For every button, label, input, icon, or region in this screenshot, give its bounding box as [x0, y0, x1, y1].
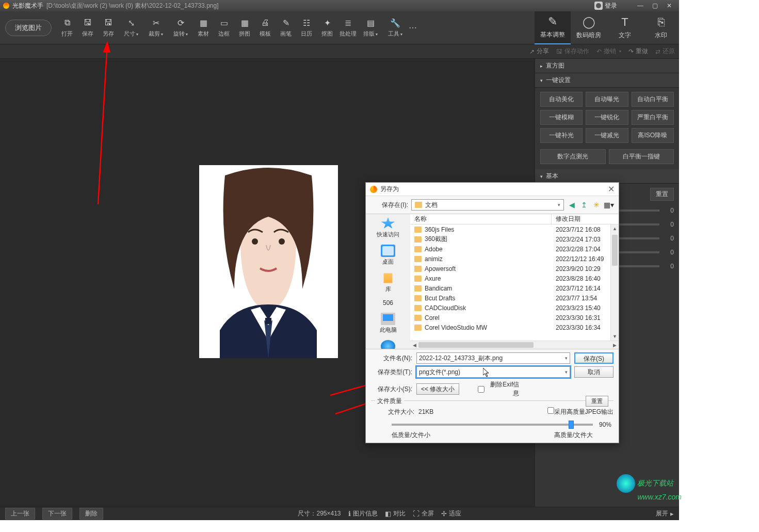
preset-自动曝光[interactable]: 自动曝光	[586, 92, 628, 107]
filetype-select[interactable]: png文件(*.png)▾	[416, 366, 570, 378]
up-icon[interactable]: ↥	[579, 200, 589, 209]
preset-数字点测光[interactable]: 数字点测光	[540, 149, 606, 164]
restore-button: ⇄还原	[655, 47, 675, 56]
tool-边框[interactable]: ▭边框	[214, 15, 234, 40]
tool-模板[interactable]: 🖨模板	[255, 15, 276, 40]
preset-一键减光[interactable]: 一键减光	[586, 128, 628, 143]
image-info-button[interactable]: ℹ图片信息	[348, 509, 378, 518]
fit-button[interactable]: ✢适应	[441, 509, 461, 518]
save-in-select[interactable]: 文档 ▾	[411, 199, 564, 211]
folder-icon	[414, 315, 422, 321]
share-button[interactable]: ↗分享	[529, 47, 549, 56]
preset-自动美化[interactable]: 自动美化	[540, 92, 583, 107]
presets-header[interactable]: ▾一键设置	[535, 73, 679, 88]
tool-拼图[interactable]: ▦拼图	[234, 15, 255, 40]
file-row[interactable]: Axure2023/8/28 16:40	[410, 273, 619, 283]
back-icon[interactable]: ◀	[567, 200, 576, 209]
preset-一键锐化[interactable]: 一键锐化	[586, 110, 628, 125]
delete-exif-checkbox[interactable]: 删除Exif信息	[478, 380, 519, 398]
minimize-button[interactable]: —	[634, 1, 647, 10]
tool-排版[interactable]: ▤排版▾	[358, 15, 383, 40]
tool-打开[interactable]: ⧉打开	[57, 15, 77, 40]
file-row[interactable]: Adobe2023/2/28 17:04	[410, 244, 619, 254]
undo-button: ↶撤销▾	[596, 47, 621, 56]
vertical-scrollbar[interactable]: ▲▼	[610, 224, 619, 341]
login-label[interactable]: 登录	[605, 2, 617, 10]
tool-抠图[interactable]: ✦抠图	[317, 15, 337, 40]
maximize-button[interactable]: ▢	[648, 1, 661, 10]
preset-自动白平衡[interactable]: 自动白平衡	[632, 92, 674, 107]
folder-icon	[414, 246, 422, 252]
preset-严重白平衡[interactable]: 严重白平衡	[632, 110, 674, 125]
preset-白平衡一指键[interactable]: 白平衡一指键	[609, 149, 674, 164]
basic-header[interactable]: ▾基本	[535, 169, 679, 184]
tool-尺寸[interactable]: ⤡尺寸▾	[119, 15, 143, 40]
sidebar-desktop[interactable]: 桌面	[381, 245, 395, 266]
toolbar-more[interactable]: ⋯	[408, 23, 418, 33]
tool-裁剪[interactable]: ✂裁剪▾	[143, 15, 168, 40]
mode-tab-基本调整[interactable]: ✎基本调整	[535, 11, 571, 44]
tool-icon: 🖨	[260, 18, 270, 28]
sidebar-this-pc[interactable]: 此电脑	[380, 313, 397, 334]
filename-input[interactable]: 2022-12-02_143733_副本.png▾	[416, 352, 570, 364]
file-row[interactable]: Corel VideoStudio MW2023/3/30 16:34	[410, 323, 619, 332]
file-row[interactable]: Corel2023/3/30 16:31	[410, 313, 619, 323]
prev-button[interactable]: 上一张	[5, 508, 35, 520]
file-row[interactable]: CADCloudDisk2023/3/23 15:40	[410, 303, 619, 313]
preset-一键模糊[interactable]: 一键模糊	[540, 110, 583, 125]
dialog-close-button[interactable]: ✕	[608, 184, 615, 194]
hq-jpeg-checkbox[interactable]: 采用高质量JPEG输出	[547, 407, 613, 416]
file-row[interactable]: animiz2022/12/12 16:49	[410, 254, 619, 264]
file-row[interactable]: Bandicam2023/7/12 16:14	[410, 283, 619, 293]
tool-素材[interactable]: ▦素材	[193, 15, 214, 40]
tool-日历[interactable]: ☷日历	[296, 15, 317, 40]
sidebar-network[interactable]: 网络	[381, 340, 395, 349]
tool-批处理[interactable]: ≣批处理	[337, 15, 358, 40]
save-in-label: 保存在(I):	[371, 201, 408, 209]
browse-images-button[interactable]: 浏览图片	[5, 20, 52, 36]
tool-保存[interactable]: 🖫保存	[77, 15, 98, 40]
tool-工具[interactable]: 🔧工具▾	[383, 15, 408, 40]
redo-button[interactable]: ↷重做	[628, 47, 648, 56]
delete-button[interactable]: 删除	[79, 508, 103, 520]
tool-旋转[interactable]: ⟳旋转▾	[168, 15, 193, 40]
histogram-header[interactable]: ▸直方图	[535, 59, 679, 73]
preset-一键补光[interactable]: 一键补光	[540, 128, 583, 143]
file-row[interactable]: Bcut Drafts2023/7/7 13:54	[410, 293, 619, 303]
mode-tab-数码暗房[interactable]: ◯数码暗房	[571, 11, 607, 44]
fullscreen-button[interactable]: ⛶全屏	[413, 509, 434, 518]
tool-另存[interactable]: 🖫另存	[98, 15, 119, 40]
preset-高ISO降噪[interactable]: 高ISO降噪	[632, 128, 674, 143]
horizontal-scrollbar[interactable]: ◀▶	[410, 341, 619, 349]
expand-button[interactable]: 展开▸	[656, 509, 674, 518]
low-quality-label: 低质量/文件小	[392, 431, 430, 440]
folder-icon	[414, 256, 422, 262]
file-row[interactable]: Apowersoft2023/9/20 10:29	[410, 264, 619, 273]
compare-button[interactable]: ◧对比	[385, 509, 406, 518]
file-row[interactable]: 360截图2023/2/24 17:03	[410, 234, 619, 244]
cancel-button[interactable]: 取消	[574, 366, 613, 378]
save-button[interactable]: 保存(S)	[574, 352, 613, 364]
new-folder-icon[interactable]: ✳	[592, 200, 601, 209]
titlebar: 光影魔术手 [D:\tools\桌面\work (2) \work (0) 素材…	[0, 0, 679, 11]
app-icon	[3, 3, 9, 9]
quality-value: 90%	[599, 421, 611, 428]
file-row[interactable]: 360js Files2023/7/12 16:08	[410, 224, 619, 234]
close-button[interactable]: ✕	[663, 1, 676, 10]
tool-icon: ▦	[198, 18, 208, 28]
next-button[interactable]: 下一张	[42, 508, 72, 520]
modify-size-button[interactable]: << 修改大小	[416, 383, 459, 395]
mode-tab-水印[interactable]: ⎘水印	[643, 11, 679, 44]
column-name[interactable]: 名称	[410, 214, 552, 224]
filesize-label: 保存大小(S):	[371, 385, 412, 394]
sidebar-quick-access[interactable]: 快速访问	[377, 217, 399, 238]
basic-reset-button[interactable]: 重置	[650, 188, 674, 201]
tool-画笔[interactable]: ✎画笔	[276, 15, 296, 40]
column-date[interactable]: 修改日期	[552, 214, 619, 224]
view-menu-icon[interactable]: ▦▾	[604, 200, 613, 209]
mode-tab-文字[interactable]: T文字	[607, 11, 643, 44]
tool-icon: ▤	[365, 18, 376, 28]
sidebar-libraries[interactable]: 库	[381, 272, 395, 293]
quality-slider[interactable]: 90%	[392, 420, 593, 430]
quality-reset-button[interactable]: 重置	[586, 396, 608, 407]
